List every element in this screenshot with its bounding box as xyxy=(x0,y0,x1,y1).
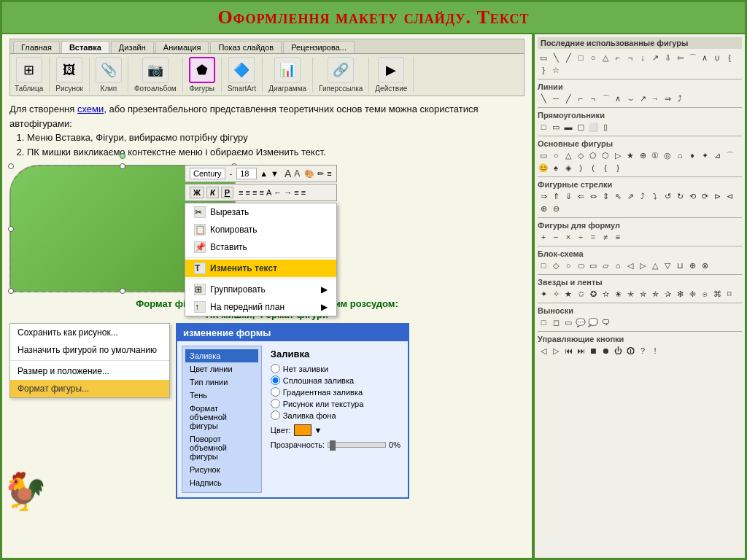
menu-change-text[interactable]: T Изменить текст xyxy=(185,260,336,277)
flow-8[interactable]: ◁ xyxy=(624,260,636,271)
arr-16[interactable]: ⊲ xyxy=(724,190,735,202)
ctrl-5[interactable]: ⏹ xyxy=(587,345,599,357)
arr-11[interactable]: ↺ xyxy=(662,190,673,202)
star-4[interactable]: ✩ xyxy=(575,288,587,300)
dialog-sidebar-3d-format[interactable]: Формат объемной фигуры xyxy=(185,402,258,432)
rect-3[interactable]: ▬ xyxy=(562,121,574,133)
arr-15[interactable]: ⊳ xyxy=(711,190,723,202)
ctrl-10[interactable]: ! xyxy=(649,345,661,357)
line-2[interactable]: ─ xyxy=(550,93,562,104)
basic-20[interactable]: ) xyxy=(575,162,587,174)
basic-13[interactable]: ♦ xyxy=(686,149,698,161)
basic-4[interactable]: ◇ xyxy=(575,149,587,161)
form-5[interactable]: = xyxy=(587,231,599,243)
flow-14[interactable]: ⊗ xyxy=(699,260,711,271)
handle-rotate[interactable] xyxy=(120,153,125,159)
form-4[interactable]: ÷ xyxy=(575,231,587,243)
star-16[interactable]: ⌑ xyxy=(724,288,735,300)
chart-icon[interactable]: 📊 xyxy=(274,57,301,83)
flow-6[interactable]: ▱ xyxy=(600,260,611,271)
italic-button[interactable]: К xyxy=(206,187,219,198)
underline-button[interactable]: Р xyxy=(221,187,233,198)
star-11[interactable]: ✰ xyxy=(662,288,673,300)
basic-1[interactable]: ▭ xyxy=(538,149,549,161)
basic-23[interactable]: } xyxy=(612,162,624,174)
arr-18[interactable]: ⊖ xyxy=(550,203,562,214)
menu-paste[interactable]: 📌 Вставить xyxy=(185,238,336,256)
flow-2[interactable]: ◇ xyxy=(550,260,562,271)
line-7[interactable]: ∧ xyxy=(612,93,624,104)
arr-17[interactable]: ⊕ xyxy=(538,203,549,214)
font-pencil[interactable]: ✏ xyxy=(317,169,324,179)
tab-pokaz[interactable]: Показ слайдов xyxy=(210,41,282,53)
rect-1[interactable]: □ xyxy=(538,121,549,133)
arr-5[interactable]: ⇔ xyxy=(587,190,599,202)
call-3[interactable]: ▭ xyxy=(562,316,574,328)
flow-11[interactable]: ▽ xyxy=(662,260,673,271)
shape-recent-10[interactable]: ↗ xyxy=(649,52,661,63)
basic-21[interactable]: ( xyxy=(587,162,599,174)
star-8[interactable]: ✭ xyxy=(624,288,636,300)
star-12[interactable]: ❇ xyxy=(674,288,686,300)
star-13[interactable]: ❈ xyxy=(686,288,698,300)
ctrl-2[interactable]: ▷ xyxy=(550,345,562,357)
ctrl-1[interactable]: ◁ xyxy=(538,345,549,357)
shape-recent-5[interactable]: ○ xyxy=(587,52,599,63)
line-5[interactable]: ¬ xyxy=(587,93,599,104)
basic-19[interactable]: ◈ xyxy=(562,162,574,174)
basic-7[interactable]: ▷ xyxy=(612,149,624,161)
line-10[interactable]: → xyxy=(649,93,661,104)
handle-ml[interactable] xyxy=(8,226,14,232)
shape-recent-14[interactable]: ∧ xyxy=(699,52,711,63)
form-1[interactable]: + xyxy=(538,231,549,243)
ctrl-3[interactable]: ⏮ xyxy=(562,345,574,357)
shape-recent-15[interactable]: ∪ xyxy=(711,52,723,63)
radio-bg-fill-input[interactable] xyxy=(271,411,280,420)
call-6[interactable]: 🗨 xyxy=(600,316,611,328)
star-14[interactable]: ⍟ xyxy=(699,288,711,300)
form-7[interactable]: ≡ xyxy=(612,231,624,243)
arr-2[interactable]: ⇑ xyxy=(550,190,562,202)
transparency-slider[interactable] xyxy=(328,442,386,448)
flow-3[interactable]: ○ xyxy=(562,260,574,271)
arr-6[interactable]: ⇕ xyxy=(600,190,611,202)
font-btn-a[interactable]: A xyxy=(285,168,291,179)
flow-10[interactable]: △ xyxy=(649,260,661,271)
star-10[interactable]: ✯ xyxy=(649,288,661,300)
shape-recent-8[interactable]: ¬ xyxy=(624,52,636,63)
basic-18[interactable]: ♠ xyxy=(550,162,562,174)
font-name-display[interactable]: Century xyxy=(190,168,225,179)
table-icon[interactable]: ⊞ xyxy=(16,57,42,83)
image-icon[interactable]: 🖼 xyxy=(56,57,82,83)
sc-size-position[interactable]: Размер и положение... xyxy=(10,362,169,380)
flow-1[interactable]: □ xyxy=(538,260,549,271)
dialog-sidebar-color-line[interactable]: Цвет линии xyxy=(185,362,258,376)
line-6[interactable]: ⌒ xyxy=(600,93,611,104)
handle-tc[interactable] xyxy=(120,163,125,169)
line-1[interactable]: ╲ xyxy=(538,93,549,104)
line-11[interactable]: ⇒ xyxy=(662,93,673,104)
basic-5[interactable]: ⬠ xyxy=(587,149,599,161)
bold-button[interactable]: Ж xyxy=(190,187,204,198)
flow-13[interactable]: ⊕ xyxy=(686,260,698,271)
tab-recenz[interactable]: Рецензирова... xyxy=(283,41,355,53)
radio-solid-fill-input[interactable] xyxy=(271,376,280,385)
basic-22[interactable]: { xyxy=(600,162,611,174)
menu-cut[interactable]: ✂ Вырезать xyxy=(185,203,336,221)
call-1[interactable]: □ xyxy=(538,316,549,328)
ctrl-7[interactable]: ⏻ xyxy=(612,345,624,357)
line-3[interactable]: ╱ xyxy=(562,93,574,104)
ctrl-8[interactable]: ⏼ xyxy=(624,345,636,357)
dialog-sidebar-shadow[interactable]: Тень xyxy=(185,389,258,402)
rect-4[interactable]: ▢ xyxy=(575,121,587,133)
flow-12[interactable]: ⊔ xyxy=(674,260,686,271)
shape-recent-11[interactable]: ⇩ xyxy=(662,52,673,63)
star-1[interactable]: ✦ xyxy=(538,288,549,300)
star-3[interactable]: ★ xyxy=(562,288,574,300)
line-9[interactable]: ↗ xyxy=(637,93,649,104)
flow-9[interactable]: ▷ xyxy=(637,260,649,271)
sc-format-shape[interactable]: Формат фигуры... xyxy=(10,380,169,397)
star-6[interactable]: ✫ xyxy=(600,288,611,300)
basic-6[interactable]: ⬡ xyxy=(600,149,611,161)
shape-recent-13[interactable]: ⌒ xyxy=(686,52,698,63)
